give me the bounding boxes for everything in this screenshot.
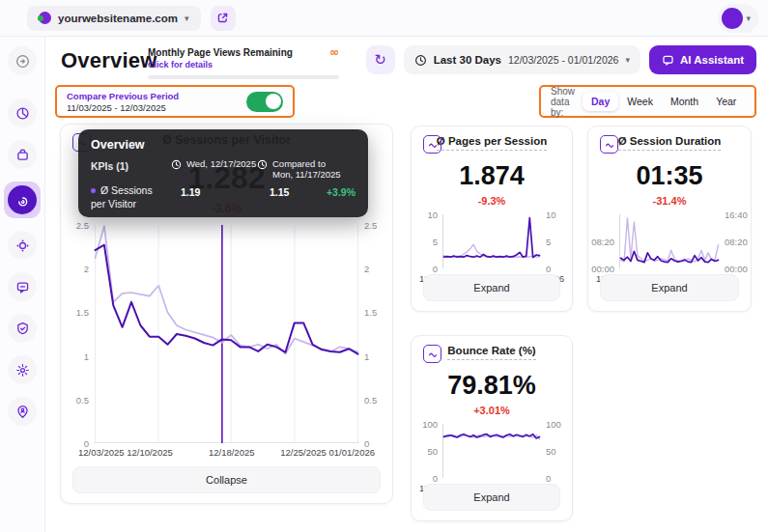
ai-assistant-button[interactable]: AI Assistant xyxy=(649,45,756,74)
website-favicon xyxy=(39,12,51,24)
sidebar-item-ecommerce[interactable] xyxy=(8,140,37,169)
y-axis-right: 050100 xyxy=(541,424,570,478)
axis-tick-label: 08:20 xyxy=(725,237,748,247)
gear-icon xyxy=(15,363,30,378)
pageviews-progress-bar xyxy=(148,75,339,79)
chart-plot[interactable] xyxy=(442,424,541,478)
avatar xyxy=(722,8,743,29)
sidebar-item-account[interactable] xyxy=(8,397,37,426)
axis-tick-label: 100 xyxy=(546,419,561,430)
kpi-checkbox-icon[interactable] xyxy=(423,135,441,154)
y-axis-right: 0510 xyxy=(541,214,570,268)
date-range-selector[interactable]: Last 30 Days 12/03/2025 - 01/01/2026 ▾ xyxy=(404,45,640,74)
axis-tick-label: 2 xyxy=(364,264,369,274)
chevron-down-icon: ▾ xyxy=(746,14,751,23)
axis-tick-label: 5 xyxy=(546,237,551,247)
chat-bubble-icon xyxy=(15,280,30,294)
tooltip-change: +3.9% xyxy=(327,186,356,198)
tooltip-kpis: KPIs (1) xyxy=(91,160,128,172)
x-axis-tick-label: 12/18/2025 xyxy=(209,447,255,458)
compare-toggle[interactable] xyxy=(246,92,283,112)
y-axis-right: 00:0008:2016:40 xyxy=(720,214,749,268)
pages-per-session-card: Ø Pages per Session 1.874 -9.3% 0510 051… xyxy=(411,126,573,312)
kpi-value: 1.874 xyxy=(412,161,572,191)
tooltip-compared-date: Compared toMon, 11/17/2025 xyxy=(257,158,341,180)
sidebar-item-dashboard[interactable] xyxy=(8,98,37,127)
axis-tick-label: 10 xyxy=(427,210,438,220)
axis-tick-label: 0.5 xyxy=(76,394,89,405)
expand-button[interactable]: Expand xyxy=(423,274,560,301)
chart-plot[interactable] xyxy=(442,214,541,268)
website-domain: yourwebsitename.com xyxy=(58,13,178,24)
chart-plot[interactable] xyxy=(94,225,359,443)
chart-plot[interactable] xyxy=(619,214,720,268)
page-title: Overview xyxy=(61,48,156,73)
axis-tick-label: 2 xyxy=(84,264,89,274)
axis-tick-label: 50 xyxy=(427,446,438,457)
chart-tooltip: Overview KPIs (1) Wed, 12/17/2025 Compar… xyxy=(78,129,368,217)
open-website-button[interactable] xyxy=(211,6,236,31)
show-data-by-option-week[interactable]: Week xyxy=(618,92,662,111)
bounce-rate-card: Bounce Rate (%) 79.81% +3.01% 050100 050… xyxy=(411,335,573,521)
tooltip-current-value: 1.19 xyxy=(181,186,200,198)
analytics-dashboard: yourwebsitename.com ▾ ▾ xyxy=(0,0,768,532)
kpi-value: 79.81% xyxy=(412,371,572,401)
period-label: Last 30 Days xyxy=(434,54,501,66)
expand-button[interactable]: Expand xyxy=(600,274,739,301)
x-axis-labels: 12/03/202512/10/202512/18/202512/25/2025… xyxy=(78,445,375,459)
kpi-checkbox-icon[interactable] xyxy=(423,345,441,363)
kpi-checkbox-icon[interactable] xyxy=(600,135,618,154)
sidebar-item-settings[interactable] xyxy=(8,355,37,384)
pageviews-remaining-title: Monthly Page Views Remaining xyxy=(148,47,293,58)
sidebar-item-privacy[interactable] xyxy=(8,314,37,343)
axis-tick-label: 10 xyxy=(546,210,556,220)
tooltip-title: Overview xyxy=(91,138,145,152)
axis-tick-label: 0.5 xyxy=(364,394,377,405)
main-content: Overview Monthly Page Views Remaining Cl… xyxy=(45,37,768,532)
user-menu[interactable]: ▾ xyxy=(718,4,758,33)
chevron-down-icon: ▾ xyxy=(185,14,189,23)
clock-icon xyxy=(414,54,427,67)
pageviews-remaining-widget[interactable]: Monthly Page Views Remaining Click for d… xyxy=(148,47,339,79)
collapse-sidebar-button[interactable] xyxy=(8,46,37,75)
axis-tick-label: 100 xyxy=(422,419,438,430)
expand-arrow-icon xyxy=(15,54,30,69)
axis-tick-label: 5 xyxy=(433,237,438,247)
chevron-down-icon: ▾ xyxy=(625,55,630,65)
y-axis-left: 050100 xyxy=(413,424,442,478)
x-axis-tick-label: 12/03/2025 xyxy=(78,447,125,458)
top-bar: yourwebsitename.com ▾ ▾ xyxy=(0,0,768,37)
pie-chart-icon xyxy=(15,106,30,121)
show-data-by-label: Show data by: xyxy=(551,86,575,118)
show-data-by-option-year[interactable]: Year xyxy=(707,92,745,111)
sidebar-nav xyxy=(0,37,45,532)
sessions-per-visitor-card: Overview KPIs (1) Wed, 12/17/2025 Compar… xyxy=(60,124,393,504)
show-data-by-option-day[interactable]: Day xyxy=(583,92,618,111)
sidebar-item-visitor-insights-selected[interactable] xyxy=(4,182,41,218)
infinity-icon: ∞ xyxy=(329,47,339,57)
x-axis-tick-label: 12/10/2025 xyxy=(127,447,173,458)
show-data-by-option-month[interactable]: Month xyxy=(662,92,707,111)
refresh-icon: ↻ xyxy=(374,51,386,69)
axis-tick-label: 50 xyxy=(546,446,556,457)
y-axis-left: 00.511.522.5 xyxy=(65,225,94,443)
external-link-icon xyxy=(216,12,229,24)
expand-button[interactable]: Expand xyxy=(423,484,560,511)
axis-tick-label: 08:20 xyxy=(591,237,614,247)
axis-tick-label: 1.5 xyxy=(364,307,377,318)
website-selector[interactable]: yourwebsitename.com ▾ xyxy=(27,6,201,31)
collapse-button[interactable]: Collapse xyxy=(72,466,381,493)
y-axis-left: 00:0008:20 xyxy=(590,214,619,268)
focus-target-icon xyxy=(15,238,30,253)
sidebar-item-communication[interactable] xyxy=(8,272,37,301)
axis-tick-label: 2.5 xyxy=(76,220,89,231)
click-for-details-link[interactable]: Click for details xyxy=(148,60,293,70)
series-dot-icon xyxy=(91,188,96,193)
sidebar-item-behavior[interactable] xyxy=(8,231,37,260)
bag-icon xyxy=(15,148,30,162)
compare-range: 11/03/2025 - 12/03/2025 xyxy=(67,102,179,113)
x-axis-tick-label: 01/01/2026 xyxy=(328,447,375,458)
kpi-delta: -9.3% xyxy=(412,195,572,207)
axis-tick-label: 2.5 xyxy=(364,220,377,231)
refresh-button[interactable]: ↻ xyxy=(366,45,395,74)
